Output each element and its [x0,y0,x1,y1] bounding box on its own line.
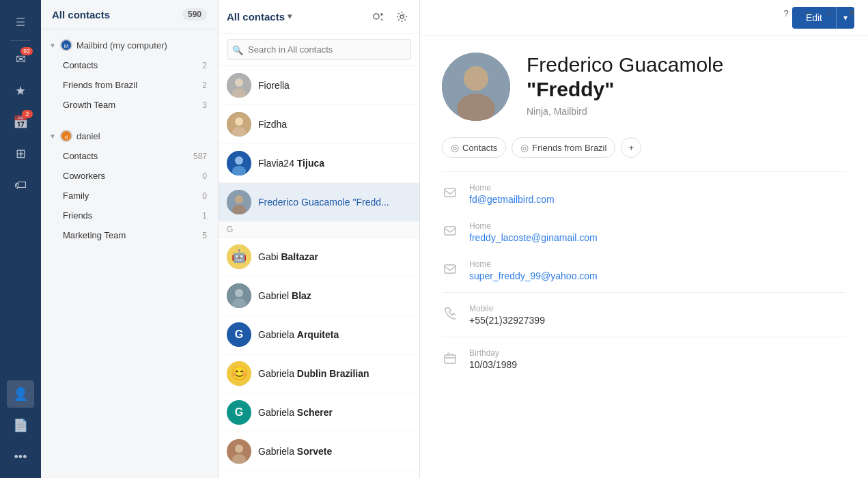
group-item-coworkers[interactable]: Coworkers 0 [41,166,218,186]
phone-icon [442,305,458,322]
group-label: Contacts [63,60,98,70]
sidebar-icon-more[interactable]: ••• [7,443,34,470]
contact-item-gabriela-sorvete[interactable]: Gabriela Sorvete [219,432,419,471]
groups-panel-title: All contacts [52,9,110,20]
contact-name: Gabriela Arquiteta [258,329,339,340]
contacts-list-actions [367,7,411,26]
contact-avatar: 😊 [227,361,251,386]
group-item-marketing-team[interactable]: Marketing Team 5 [41,225,218,245]
group-count: 3 [202,100,207,110]
group-item-daniel-contacts[interactable]: Contacts 587 [41,146,218,166]
group-item-friends-brazil[interactable]: Friends from Brazil 2 [41,75,218,95]
chevron-down-icon: ▼ [49,42,56,49]
svg-point-6 [400,15,404,18]
detail-tag-friends-brazil[interactable]: ◎ Friends from Brazil [512,137,615,158]
field-value-phone[interactable]: +55(21)32927399 [469,315,545,326]
contact-name: Gabriela Dublin Brazilian [258,368,369,379]
group-label: Coworkers [63,171,105,181]
svg-rect-32 [445,188,456,197]
contacts-icon: 👤 [13,386,28,402]
help-button[interactable]: ? [775,4,797,22]
group-item-mailbird-contacts[interactable]: Contacts 2 [41,55,218,75]
field-value-email2[interactable]: freddy_lacoste@ginamail.com [469,232,598,243]
field-value-email3[interactable]: super_freddy_99@yahoo.com [469,270,598,281]
contact-item-flavia[interactable]: Flavia24 Tijuca [219,144,419,183]
contact-item-gabriel[interactable]: Gabriel Blaz [219,277,419,315]
section-letter-g: G [219,222,419,238]
detail-field-phone: Mobile +55(21)32927399 [420,296,868,334]
settings-button[interactable] [392,7,411,26]
group-count: 587 [193,152,207,161]
contact-item-fizdha[interactable]: Fizdha [219,105,419,144]
detail-contact-name: Frederico Guacamole "Freddy" [527,53,723,102]
daniel-section-label: daniel [76,131,100,141]
group-label: Friends from Brazil [63,80,137,90]
contacts-scroll: Fiorella Fizdha Flavia24 Tijuca Frederic… [219,66,419,478]
group-item-growth-team[interactable]: Growth Team 3 [41,95,218,115]
detail-tag-contacts[interactable]: ◎ Contacts [442,137,506,158]
group-count: 0 [202,171,207,181]
docs-icon: 📄 [13,418,28,433]
contact-avatar [227,73,251,98]
field-content-phone: Mobile +55(21)32927399 [469,304,545,326]
sidebar-icon-contacts[interactable]: 👤 [7,380,34,408]
group-count: 0 [202,191,207,201]
contacts-list-panel: All contacts ▾ 🔍 [219,0,420,478]
daniel-section-header[interactable]: ▼ d daniel [41,126,218,146]
sidebar-icon-hamburger[interactable]: ☰ [7,8,34,36]
field-label: Home [469,221,598,231]
group-count: 2 [202,81,207,90]
sidebar-icon-mail[interactable]: ✉ 92 [7,46,34,73]
close-button[interactable]: ✕ [841,4,863,22]
field-content-birthday: Birthday 10/03/1989 [469,348,517,370]
sidebar-icon-favorites[interactable]: ★ [7,77,34,104]
group-item-friends[interactable]: Friends 1 [41,206,218,225]
sidebar-icon-tags[interactable]: 🏷 [7,171,34,199]
contacts-list-title-button[interactable]: All contacts ▾ [227,11,292,23]
contact-avatar: G [227,322,251,347]
search-bar: 🔍 [219,33,419,66]
contact-item-gabriela-dublin[interactable]: 😊 Gabriela Dublin Brazilian [219,354,419,393]
detail-field-email3: Home super_freddy_99@yahoo.com [420,251,868,290]
svg-text:🤖: 🤖 [232,249,247,264]
contact-item-frederico[interactable]: Frederico Guacamole "Fredd... [219,183,419,222]
contacts-group-icon: ◎ [451,142,459,153]
contact-avatar: G [227,400,251,425]
field-content-email2: Home freddy_lacoste@ginamail.com [469,221,598,243]
detail-name-section: Frederico Guacamole "Freddy" Ninja, Mail… [527,53,723,117]
contact-item-gabi[interactable]: 🤖 Gabi Baltazar [219,238,419,277]
mailbird-section-header[interactable]: ▼ M Mailbird (my computer) [41,35,218,55]
group-item-family[interactable]: Family 0 [41,186,218,206]
email-icon [442,184,458,201]
friends-group-icon: ◎ [520,142,529,153]
sidebar-icon-calendar[interactable]: 📅 2 [7,109,34,136]
contact-item-fiorella[interactable]: Fiorella [219,66,419,105]
minimize-button[interactable]: — [797,4,819,22]
contact-name: Gabriela Scherer [258,407,333,418]
divider-1 [442,171,846,172]
search-input[interactable] [227,39,411,60]
sidebar-icon-apps[interactable]: ⊞ [7,140,34,167]
star-icon: ★ [15,83,26,98]
contact-name: Gabi Baltazar [258,251,318,262]
detail-subtitle: Ninja, Mailbird [527,106,723,117]
add-contact-button[interactable] [367,7,387,26]
group-count: 2 [202,61,207,70]
svg-rect-34 [445,265,456,273]
field-content-email3: Home super_freddy_99@yahoo.com [469,259,598,281]
field-value-email1[interactable]: fd@getmailbird.com [469,194,555,205]
svg-text:😊: 😊 [231,365,248,381]
maximize-button[interactable]: □ [819,4,841,22]
add-tag-button[interactable]: + [621,137,641,158]
daniel-section: ▼ d daniel Contacts 587 Coworkers 0 Fami… [41,120,218,251]
detail-field-email1: Home fd@getmailbird.com [420,175,868,213]
chevron-down-icon: ▾ [288,12,292,21]
contact-item-gabriela-arquiteta[interactable]: G Gabriela Arquiteta [219,315,419,354]
sidebar-icon-docs[interactable]: 📄 [7,412,34,439]
group-label: Contacts [63,151,98,161]
groups-panel-header: All contacts 590 [41,0,218,29]
group-label: Marketing Team [63,230,126,240]
contacts-list-header: All contacts ▾ [219,0,419,33]
contact-item-gabriela-scherer[interactable]: G Gabriela Scherer [219,393,419,432]
detail-field-birthday: Birthday 10/03/1989 [420,340,868,378]
